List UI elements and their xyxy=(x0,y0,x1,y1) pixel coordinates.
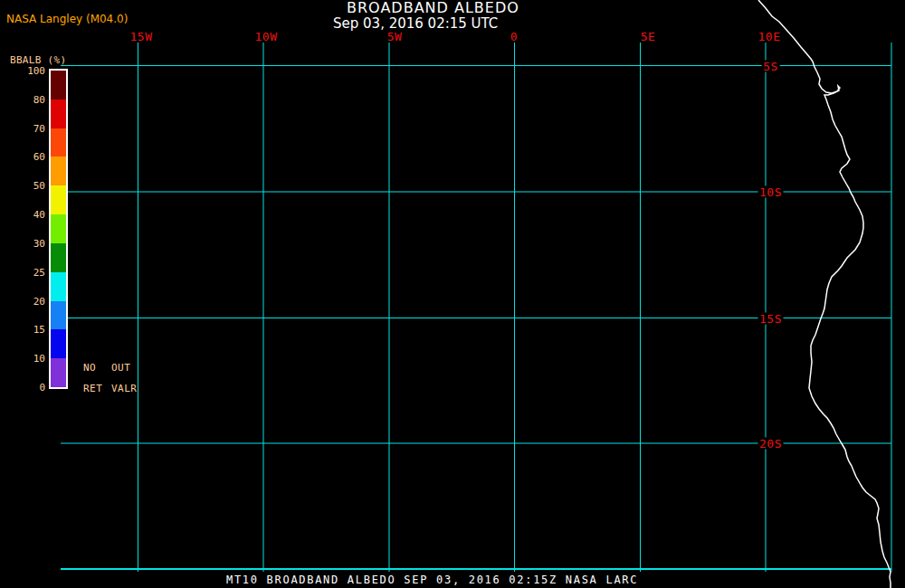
colorbar-segment xyxy=(51,301,66,330)
colorbar-segment xyxy=(51,329,66,358)
flag-no-label: NO xyxy=(83,363,111,374)
colorbar-segment xyxy=(51,128,66,157)
colorbar-tick-label: 50 xyxy=(13,181,45,191)
longitude-label: 5E xyxy=(641,31,656,43)
latitude-label: 15S xyxy=(757,312,784,324)
colorbar-tick-label: 15 xyxy=(13,325,45,335)
colorbar-tick-label: 0 xyxy=(13,383,45,393)
latitude-label: 5S xyxy=(761,60,780,71)
longitude-label: 0 xyxy=(510,31,518,43)
longitude-label: 10W xyxy=(255,31,278,43)
flag-ret-label: RET xyxy=(83,384,111,394)
map-canvas xyxy=(0,0,905,588)
colorbar-segment xyxy=(51,100,66,128)
colorbar-tick-label: 60 xyxy=(13,152,45,162)
colorbar-tick-label: 25 xyxy=(13,267,45,277)
retrieval-flag-legend: NO OUT RET VALR xyxy=(83,363,138,394)
colorbar-segment xyxy=(51,243,66,272)
albedo-map-screen: NASA Langley (M04.0) BROADBAND ALBEDO Se… xyxy=(0,0,905,588)
colorbar-tick-label: 10 xyxy=(13,354,45,364)
colorbar-tick-label: 70 xyxy=(13,123,45,133)
footer-caption: MT10 BROADBAND ALBEDO SEP 03, 2016 02:15… xyxy=(226,574,638,587)
colorbar-tick-label: 20 xyxy=(13,296,45,306)
latitude-label: 10S xyxy=(757,186,784,198)
flag-valr-label: VALR xyxy=(111,384,138,394)
longitude-label: 5W xyxy=(387,31,403,43)
colorbar xyxy=(49,69,68,389)
colorbar-segment xyxy=(51,185,66,214)
colorbar-segment xyxy=(51,156,66,185)
colorbar-tick-label: 40 xyxy=(13,210,45,220)
africa-coastline xyxy=(758,0,891,588)
colorbar-segment xyxy=(51,214,66,243)
colorbar-segment xyxy=(51,272,66,301)
flag-out-label: OUT xyxy=(111,363,138,374)
colorbar-tick-label: 30 xyxy=(13,238,45,248)
colorbar-tick-label: 80 xyxy=(13,94,45,104)
longitude-label: 10E xyxy=(758,31,781,43)
colorbar-tick-label: 100 xyxy=(13,66,45,76)
longitude-label: 15W xyxy=(130,31,153,43)
colorbar-segment xyxy=(51,71,66,100)
latitude-label: 20S xyxy=(757,438,784,450)
colorbar-segment xyxy=(51,358,66,387)
